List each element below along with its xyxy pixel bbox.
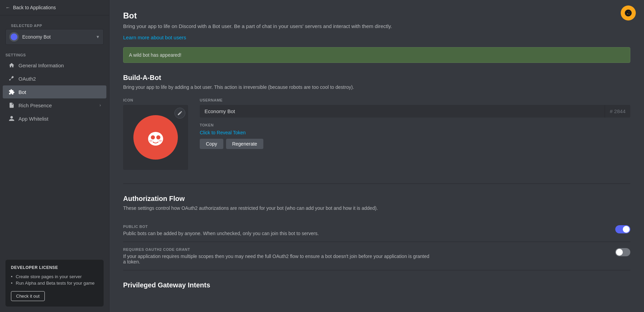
svg-point-4 bbox=[148, 132, 163, 146]
build-a-bot-grid: ICON bbox=[123, 98, 630, 170]
username-label: USERNAME bbox=[200, 98, 630, 102]
chevron-right-icon: › bbox=[100, 103, 101, 108]
selected-app-container: SELECTED APP Economy Bot ▼ bbox=[0, 15, 109, 48]
developer-license-box: DEVELOPER LICENSE Create store pages in … bbox=[5, 260, 104, 307]
discriminator: # 2844 bbox=[605, 105, 630, 118]
main-content: Bot Bring your app to life on Discord wi… bbox=[109, 0, 644, 312]
regenerate-token-button[interactable]: Regenerate bbox=[226, 139, 263, 149]
developer-license-list: Create store pages in your server Run Al… bbox=[11, 273, 98, 286]
sidebar-item-oauth2[interactable]: OAuth2 bbox=[3, 72, 106, 85]
username-input-row: # 2844 bbox=[200, 105, 630, 118]
avatar bbox=[9, 32, 19, 42]
icon-column: ICON bbox=[123, 98, 192, 170]
public-bot-toggle[interactable] bbox=[615, 225, 630, 233]
auth-flow-title: Authorization Flow bbox=[123, 195, 630, 203]
sidebar-item-label-general-information: General Information bbox=[18, 63, 64, 68]
username-token-column: USERNAME # 2844 TOKEN Click to Reveal To… bbox=[200, 98, 630, 170]
sidebar-item-app-whitelist[interactable]: App Whitelist bbox=[3, 112, 106, 125]
svg-point-6 bbox=[156, 135, 160, 139]
person-icon bbox=[8, 116, 15, 122]
token-section: TOKEN Click to Reveal Token Copy Regener… bbox=[200, 123, 630, 149]
edit-icon bbox=[177, 110, 183, 116]
icon-label: ICON bbox=[123, 98, 192, 102]
public-bot-toggle-row: PUBLIC BOT Public bots can be added by a… bbox=[123, 219, 630, 242]
sidebar-item-label-oauth2: OAuth2 bbox=[18, 76, 36, 82]
icon-edit-overlay[interactable] bbox=[174, 108, 185, 119]
click-to-reveal-token[interactable]: Click to Reveal Token bbox=[200, 130, 630, 135]
auth-flow-description: These settings control how OAuth2 author… bbox=[123, 205, 397, 211]
page-title: Bot bbox=[123, 11, 630, 21]
public-bot-toggle-knob bbox=[623, 226, 630, 233]
svg-point-7 bbox=[149, 140, 153, 142]
notification-bar: A wild bot has appeared! bbox=[123, 47, 630, 63]
build-a-bot-title: Build-A-Bot bbox=[123, 74, 630, 82]
document-icon bbox=[8, 102, 15, 108]
settings-section-label: SETTINGS bbox=[0, 48, 109, 58]
sidebar: ← Back to Applications SELECTED APP Econ… bbox=[0, 0, 109, 312]
back-to-applications-link[interactable]: ← Back to Applications bbox=[0, 0, 109, 15]
requires-oauth2-content: REQUIRES OAUTH2 CODE GRANT If your appli… bbox=[123, 247, 431, 264]
authorization-flow-section: Authorization Flow These settings contro… bbox=[123, 195, 630, 270]
app-avatar-icon bbox=[11, 33, 17, 40]
requires-oauth2-description: If your application requires multiple sc… bbox=[123, 254, 431, 264]
discord-logo-icon bbox=[142, 124, 169, 151]
bolt-icon bbox=[625, 9, 632, 17]
svg-point-8 bbox=[159, 140, 162, 142]
bot-avatar bbox=[133, 115, 178, 160]
public-bot-content: PUBLIC BOT Public bots can be added by a… bbox=[123, 225, 431, 236]
wrench-icon bbox=[8, 76, 15, 82]
learn-more-link[interactable]: Learn more about bot users bbox=[123, 35, 186, 40]
sidebar-item-rich-presence[interactable]: Rich Presence › bbox=[3, 99, 106, 112]
public-bot-label: PUBLIC BOT bbox=[123, 225, 431, 229]
nav-list: General Information OAuth2 Bot bbox=[0, 58, 109, 125]
page-description: Bring your app to life on Discord with a… bbox=[123, 23, 431, 29]
public-bot-toggle-slider bbox=[615, 225, 630, 233]
section-divider-1 bbox=[123, 184, 630, 184]
puzzle-icon bbox=[8, 89, 15, 95]
sidebar-item-label-app-whitelist: App Whitelist bbox=[18, 116, 49, 122]
token-label: TOKEN bbox=[200, 123, 630, 127]
sidebar-item-label-rich-presence: Rich Presence bbox=[18, 103, 52, 108]
home-icon bbox=[8, 62, 15, 68]
dev-license-item-1: Create store pages in your server bbox=[11, 273, 98, 280]
requires-oauth2-label: REQUIRES OAUTH2 CODE GRANT bbox=[123, 247, 431, 252]
build-a-bot-description: Bring your app to life by adding a bot u… bbox=[123, 84, 397, 90]
public-bot-description: Public bots can be added by anyone. When… bbox=[123, 231, 431, 236]
sidebar-item-bot[interactable]: Bot bbox=[3, 85, 106, 98]
sidebar-item-label-bot: Bot bbox=[18, 89, 26, 95]
requires-oauth2-toggle-slider bbox=[615, 248, 630, 256]
selected-app-label: SELECTED APP bbox=[5, 18, 104, 29]
svg-marker-2 bbox=[626, 10, 631, 16]
back-arrow-icon: ← bbox=[5, 5, 10, 10]
app-name-label: Economy Bot bbox=[22, 34, 92, 40]
requires-oauth2-toggle-knob bbox=[616, 249, 623, 256]
check-it-out-button[interactable]: Check it out bbox=[11, 291, 45, 301]
token-buttons: Copy Regenerate bbox=[200, 139, 630, 149]
developer-license-section: DEVELOPER LICENSE Create store pages in … bbox=[0, 254, 109, 312]
svg-point-5 bbox=[151, 135, 155, 139]
top-right-user-icon[interactable] bbox=[621, 5, 636, 21]
requires-oauth2-toggle[interactable] bbox=[615, 248, 630, 256]
privileged-gateway-title: Privileged Gateway Intents bbox=[123, 281, 630, 289]
notification-text: A wild bot has appeared! bbox=[129, 52, 181, 58]
dev-license-item-2: Run Alpha and Beta tests for your game bbox=[11, 280, 98, 286]
icon-upload-box[interactable] bbox=[123, 105, 188, 170]
developer-license-title: DEVELOPER LICENSE bbox=[11, 265, 98, 270]
copy-token-button[interactable]: Copy bbox=[200, 139, 223, 149]
sidebar-item-general-information[interactable]: General Information bbox=[3, 59, 106, 72]
requires-oauth2-toggle-row: REQUIRES OAUTH2 CODE GRANT If your appli… bbox=[123, 242, 630, 270]
app-selector-dropdown[interactable]: Economy Bot ▼ bbox=[5, 29, 104, 45]
chevron-down-icon: ▼ bbox=[96, 35, 100, 39]
back-link-label: Back to Applications bbox=[13, 5, 56, 10]
username-input[interactable] bbox=[200, 105, 605, 118]
svg-point-0 bbox=[11, 33, 17, 40]
